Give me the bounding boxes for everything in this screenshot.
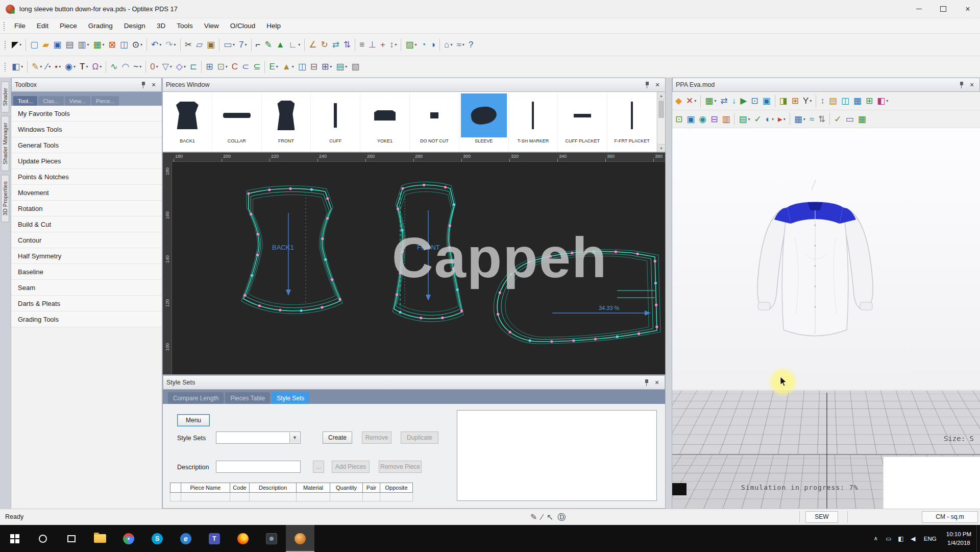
copy-pieces-icon[interactable]: ▱ xyxy=(194,37,204,53)
model-props-icon[interactable]: ◨ xyxy=(778,93,789,109)
render-3d-icon[interactable]: ▤▾ xyxy=(737,111,751,127)
toolbox-tab-clas[interactable]: Clas... xyxy=(38,96,63,106)
merge-tool-icon[interactable]: ⊟ xyxy=(309,59,319,75)
style-sets-combobox[interactable]: ▼ xyxy=(216,431,301,444)
column-header-material[interactable]: Material xyxy=(297,483,330,493)
minimize-button[interactable] xyxy=(906,0,931,18)
split-tool-icon[interactable]: ◫ xyxy=(297,59,308,75)
grading-menu-icon[interactable]: ◧▾ xyxy=(10,59,24,75)
align-tool-icon[interactable]: ≡ xyxy=(358,37,366,53)
update-3d-icon[interactable]: ◔ xyxy=(420,37,428,53)
pan-3d-icon[interactable]: ⊟ xyxy=(709,111,719,127)
pin-icon[interactable] xyxy=(643,379,650,387)
taskbar-capture[interactable] xyxy=(286,525,314,552)
piece-thumb-f-frt-placket[interactable]: F-FRT PLACKET xyxy=(607,92,657,152)
style-sets-tab-style-sets[interactable]: Style Sets xyxy=(272,392,309,404)
pin-icon[interactable] xyxy=(140,81,147,89)
toolbox-item-seam[interactable]: Seam xyxy=(11,280,162,296)
taskbar-firefox[interactable] xyxy=(229,525,257,552)
close-icon[interactable]: × xyxy=(653,379,660,386)
digitizer-icon[interactable]: ◫ xyxy=(118,37,130,53)
sketch-icon[interactable]: ✎ xyxy=(529,510,538,525)
walk-tool-icon[interactable]: ↕▾ xyxy=(388,37,399,53)
piece-thumb-sleeve[interactable]: SLEEVE xyxy=(459,92,509,152)
arrow-up-tool-icon[interactable]: ▲▾ xyxy=(281,59,296,75)
menu-edit[interactable]: Edit xyxy=(31,18,54,33)
updown-3d-icon[interactable]: ⇅ xyxy=(817,111,827,127)
display-icon[interactable]: ▭ xyxy=(883,535,895,542)
taskbar-start[interactable] xyxy=(0,525,29,552)
orbit-3d-icon[interactable]: ◉ xyxy=(697,111,708,127)
piece-thumb-cuff[interactable]: CUFF xyxy=(311,92,360,152)
layers-tool-icon[interactable]: ▧ xyxy=(350,59,361,75)
style-sets-tab-pieces-table[interactable]: Pieces Table xyxy=(225,392,270,404)
point-tool-icon[interactable]: •▾ xyxy=(53,59,62,75)
taskbar-taskview[interactable] xyxy=(57,525,86,552)
mesh-view-icon[interactable]: ▦ xyxy=(852,93,863,109)
toolbox-item-baseline[interactable]: Baseline xyxy=(11,264,162,280)
baseline-tool-icon[interactable]: ⌐ xyxy=(254,37,262,53)
toolbox-tab-piece[interactable]: Piece... xyxy=(91,96,119,106)
stitch-view-icon[interactable]: ◫ xyxy=(840,93,851,109)
menu-piece[interactable]: Piece xyxy=(54,18,83,33)
save-file-icon[interactable]: ▣ xyxy=(52,37,63,53)
3d-garment[interactable] xyxy=(739,177,897,355)
menu-help[interactable]: Help xyxy=(261,18,286,33)
close-button[interactable]: × xyxy=(955,0,980,18)
draw-tool-icon[interactable]: ✎ xyxy=(263,37,274,53)
play-sim-icon[interactable]: ▶ xyxy=(739,93,748,109)
shade-mode-icon[interactable]: ◐▾ xyxy=(764,111,775,127)
plot-icon[interactable]: ▥▾ xyxy=(76,37,90,53)
play-mode-icon[interactable]: ▸▾ xyxy=(776,111,787,127)
pin-tool-icon[interactable]: + xyxy=(379,37,387,53)
close-icon[interactable]: × xyxy=(968,81,975,88)
taskbar-edge[interactable]: e xyxy=(172,525,200,552)
network-icon[interactable]: ◧ xyxy=(895,535,907,542)
texture-mode-icon[interactable]: ▦▾ xyxy=(793,111,807,127)
side-tab-3d-properties[interactable]: 3D Properties xyxy=(1,175,9,222)
piece-thumb-back1[interactable]: BACK1 xyxy=(163,92,212,152)
circle-tool-icon[interactable]: ◉▾ xyxy=(63,59,77,75)
units-indicator[interactable]: CM - sq.m xyxy=(922,511,978,523)
piece-back1[interactable]: BACK1 xyxy=(241,186,343,314)
taskbar-skype[interactable]: S xyxy=(143,525,172,552)
pattern-canvas-area[interactable]: 180200220240260280300320340360380 180160… xyxy=(162,152,666,375)
toolbox-item-build-cut[interactable]: Build & Cut xyxy=(11,217,162,232)
remove-piece-button[interactable]: Remove Piece xyxy=(379,461,422,473)
pencil-tool-icon[interactable]: ✎▾ xyxy=(30,59,43,75)
piece-thumb-yoke1[interactable]: YOKE1 xyxy=(360,92,410,152)
zero-point-icon[interactable]: 0▾ xyxy=(149,59,159,75)
contour-c1-icon[interactable]: C xyxy=(230,59,239,75)
workspace-icon[interactable]: ⌂▾ xyxy=(443,37,454,53)
tray-expand-icon[interactable]: ∧ xyxy=(869,535,883,542)
side-tab-shader-manager[interactable]: Shader Manager xyxy=(1,116,9,171)
help-tool-icon[interactable]: ? xyxy=(467,37,475,53)
grid-3d-icon[interactable]: ▦ xyxy=(856,111,868,127)
toolbox-item-half-symmetry[interactable]: Half Symmetry xyxy=(11,248,162,264)
add-pieces-button[interactable]: Add Pieces xyxy=(332,461,370,473)
pleat-tool-icon[interactable]: ◇▾ xyxy=(175,59,187,75)
redo-icon[interactable]: ↷▾ xyxy=(164,37,177,53)
pattern-drawing[interactable]: BACK1 FRONT xyxy=(172,162,666,375)
light-3d-icon[interactable]: ▥ xyxy=(720,111,731,127)
seam-tool-icon[interactable]: ⊏ xyxy=(188,59,199,75)
scrollbar-thumb[interactable] xyxy=(658,101,664,118)
confirm-3d-icon[interactable]: ✓ xyxy=(832,111,843,127)
menu-3d[interactable]: 3D xyxy=(151,18,171,33)
taskbar-chrome[interactable] xyxy=(114,525,143,552)
pin-icon[interactable] xyxy=(644,81,651,89)
pattern-tree-icon[interactable]: ▲ xyxy=(275,37,286,53)
column-header-pair[interactable]: Pair xyxy=(363,483,380,493)
side-tab-shader[interactable]: Shader xyxy=(1,81,9,112)
column-header-piece-name[interactable]: Piece Name xyxy=(181,483,230,493)
toolbox-item-rotation[interactable]: Rotation xyxy=(11,201,162,217)
piece-front[interactable]: FRONT xyxy=(393,182,463,322)
browse-button[interactable]: ... xyxy=(313,461,324,473)
taskbar-search[interactable] xyxy=(29,525,57,552)
toolbox-item-darts-pleats[interactable]: Darts & Pleats xyxy=(11,296,162,311)
pieces-table-icon[interactable]: ⊞ xyxy=(204,59,214,75)
fabric-tool-icon[interactable]: ▨▾ xyxy=(404,37,418,53)
contour-c3-icon[interactable]: ⊆ xyxy=(252,59,262,75)
taskbar-explorer[interactable] xyxy=(86,525,114,552)
wave-tool-icon[interactable]: ~▾ xyxy=(132,59,143,75)
